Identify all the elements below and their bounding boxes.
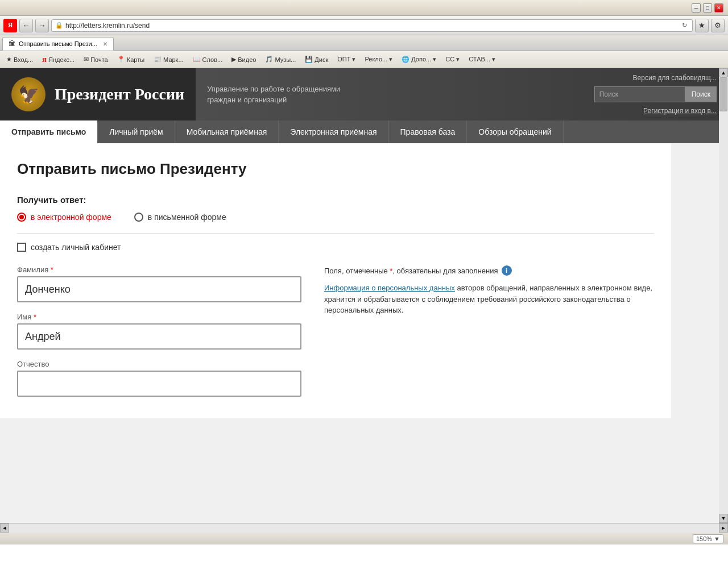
personal-data-info: Информация о персональных данных авторов… — [324, 282, 654, 316]
bookmark-item[interactable]: СТАВ... ▾ — [465, 53, 499, 66]
bookmark-label: СТАВ... ▾ — [469, 56, 495, 63]
bookmark-item[interactable]: ★ Вход... — [2, 53, 37, 66]
tab-favicon: 🏛 — [9, 40, 15, 48]
personal-data-link[interactable]: Информация о персональных данных — [324, 284, 455, 292]
search-input[interactable] — [594, 86, 685, 102]
address-input[interactable] — [65, 22, 680, 30]
scroll-down-button[interactable]: ▼ — [719, 514, 728, 523]
required-star: * — [390, 267, 392, 275]
bookmark-icon: 📰 — [154, 56, 162, 63]
site-title: Президент России — [55, 85, 184, 103]
maximize-button[interactable]: □ — [703, 3, 712, 13]
radio-written-circle[interactable] — [134, 213, 143, 222]
settings-button[interactable]: ⚙ — [711, 19, 725, 32]
title-bar: ─ □ ✕ — [0, 0, 728, 16]
section-divider — [17, 233, 654, 234]
zoom-label: 150% — [696, 535, 712, 542]
site-logo-area: 🦅 Президент России — [0, 68, 196, 120]
accessibility-link[interactable]: Версия для слабовидящ... — [633, 74, 717, 82]
back-button[interactable]: ← — [19, 19, 33, 32]
search-button[interactable]: Поиск — [685, 86, 717, 102]
nav-item-send-letter[interactable]: Отправить письмо — [0, 120, 98, 143]
yandex-logo: Я — [3, 19, 17, 32]
forward-button[interactable]: → — [35, 19, 49, 32]
page-content: 🦅 Президент России Управление по работе … — [0, 68, 728, 523]
firstname-input[interactable] — [17, 323, 301, 350]
bookmark-item[interactable]: Я Яндекс... — [38, 53, 78, 66]
firstname-label: Имя * — [17, 313, 301, 321]
lastname-required-star: * — [51, 265, 53, 274]
horizontal-scrollbar[interactable]: ◄ ► — [0, 523, 728, 532]
bookmark-item[interactable]: 🌐 Допо... ▾ — [398, 53, 440, 66]
bookmark-item[interactable]: ✉ Почта — [80, 53, 112, 66]
bookmark-label: Видео — [238, 56, 256, 63]
status-bar: 150% ▼ — [0, 532, 728, 544]
tab-close-button[interactable]: ✕ — [103, 41, 107, 47]
bookmark-item[interactable]: Рекло... ▾ — [361, 53, 396, 66]
nav-item-reviews[interactable]: Обзоры обращений — [467, 120, 563, 143]
bookmark-item[interactable]: ОПТ ▾ — [333, 53, 359, 66]
patronymic-input[interactable] — [17, 371, 301, 397]
site-header-top: 🦅 Президент России Управление по работе … — [0, 68, 728, 120]
bookmark-item[interactable]: 📖 Слов... — [189, 53, 227, 66]
scroll-up-button[interactable]: ▲ — [719, 68, 728, 77]
bookmark-label: Допо... ▾ — [411, 56, 436, 63]
scroll-right-button[interactable]: ► — [719, 523, 728, 533]
address-bar[interactable]: 🔒 ↻ — [51, 19, 693, 32]
nav-item-electronic-reception[interactable]: Электронная приёмная — [279, 120, 388, 143]
refresh-button[interactable]: ↻ — [680, 22, 689, 29]
close-button[interactable]: ✕ — [714, 3, 723, 13]
h-scroll-track — [9, 523, 719, 533]
create-cabinet-row: создать личный кабинет — [17, 243, 654, 252]
bookmark-icon: 📍 — [117, 56, 125, 63]
bookmark-label: Музы... — [275, 56, 296, 63]
bookmark-item[interactable]: 📍 Карты — [113, 53, 148, 66]
nav-item-personal-reception[interactable]: Личный приём — [98, 120, 175, 143]
minimize-button[interactable]: ─ — [692, 3, 701, 13]
active-tab[interactable]: 🏛 Отправить письмо Прези... ✕ — [2, 37, 114, 51]
info-icon[interactable]: i — [502, 265, 512, 276]
scroll-left-button[interactable]: ◄ — [0, 523, 9, 533]
window-controls: ─ □ ✕ — [692, 3, 723, 13]
nav-item-mobile-reception[interactable]: Мобильная приёмная — [175, 120, 279, 143]
bookmark-label: Марк... — [163, 56, 184, 63]
zoom-arrow-icon: ▼ — [714, 535, 720, 542]
radio-electronic-circle[interactable] — [17, 213, 26, 222]
bookmark-item[interactable]: СС ▾ — [441, 53, 464, 66]
lastname-field-group: Фамилия * — [17, 265, 301, 302]
bookmark-label: Почта — [90, 56, 108, 63]
create-cabinet-checkbox[interactable] — [17, 243, 26, 252]
form-layout: Фамилия * Имя * — [17, 265, 654, 407]
patronymic-label: Отчество — [17, 360, 301, 368]
bookmark-item[interactable]: 🎵 Музы... — [261, 53, 300, 66]
tab-bar: 🏛 Отправить письмо Прези... ✕ — [0, 35, 728, 51]
bookmark-icon: 🌐 — [402, 56, 410, 63]
required-note-text: Поля, отмеченные *, обязательны для запо… — [324, 267, 498, 275]
bookmark-icon: Я — [42, 56, 47, 63]
radio-electronic-option[interactable]: в электронной форме — [17, 213, 111, 222]
vertical-scrollbar[interactable]: ▲ ▼ — [719, 68, 728, 523]
firstname-field-group: Имя * — [17, 313, 301, 350]
zoom-control[interactable]: 150% ▼ — [693, 534, 723, 543]
radio-written-option[interactable]: в письменной форме — [134, 213, 226, 222]
navigation-bar: Я ← → 🔒 ↻ ★ ⚙ — [0, 16, 728, 35]
lastname-input[interactable] — [17, 276, 301, 302]
get-answer-label: Получить ответ: — [17, 195, 654, 205]
scroll-track — [719, 77, 728, 514]
bookmark-item[interactable]: ▶ Видео — [228, 53, 260, 66]
nav-item-legal-basis[interactable]: Правовая база — [389, 120, 468, 143]
bookmark-item[interactable]: 💾 Диск — [301, 53, 332, 66]
bookmark-label: Яндекс... — [48, 56, 75, 63]
required-fields-note: Поля, отмеченные *, обязательны для запо… — [324, 265, 654, 276]
scroll-thumb[interactable] — [719, 77, 727, 111]
bookmark-icon: ★ — [6, 56, 12, 63]
site-subtitle-line2: граждан и организаций — [207, 94, 340, 106]
coat-of-arms-icon: 🦅 — [11, 77, 46, 111]
radio-electronic-dot — [19, 215, 24, 219]
login-link[interactable]: Регистрация и вход в... — [643, 107, 717, 115]
bookmark-icon: ✉ — [84, 56, 89, 63]
star-button[interactable]: ★ — [695, 19, 709, 32]
bookmark-item[interactable]: 📰 Марк... — [150, 53, 188, 66]
bookmark-label: Рекло... ▾ — [365, 56, 392, 63]
page-title: Отправить письмо Президенту — [17, 160, 654, 178]
